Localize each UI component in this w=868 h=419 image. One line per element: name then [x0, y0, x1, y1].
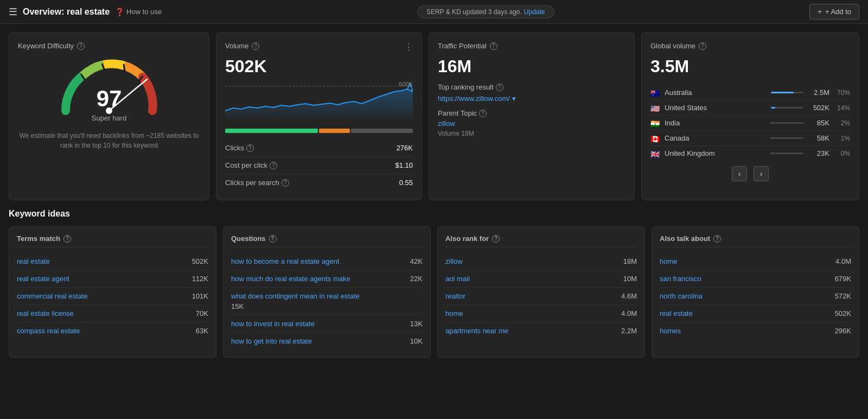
keyword-ideas-title: Keyword ideas	[9, 209, 859, 219]
volume-stat-row: Cost per click ? $1.10	[225, 157, 413, 174]
volume-bar	[225, 129, 413, 133]
country-name: India	[665, 119, 767, 127]
ki-also-rank-link[interactable]: realtor	[445, 292, 465, 300]
ki-also-rank-link[interactable]: zillow	[445, 257, 463, 265]
ki-also-talk-row: real estate 502K	[660, 305, 851, 322]
questions-rows: how to become a real estate agent 42Khow…	[231, 253, 423, 350]
ki-also-talk-value: 4.0M	[835, 257, 851, 265]
ki-also-rank-value: 2.2M	[621, 327, 637, 335]
dropdown-icon[interactable]: ▾	[512, 94, 516, 103]
global-volume-card: Global volume ? 3.5M 🇦🇺 Australia 2.5M 7…	[641, 33, 859, 200]
traffic-value: 16M	[438, 56, 626, 77]
keyword-difficulty-card: Keyword Difficulty ?	[9, 33, 209, 200]
ki-terms-value: 63K	[196, 327, 208, 335]
country-volume: 2.5M	[808, 88, 829, 97]
ki-question-link[interactable]: how to get into real estate	[231, 337, 312, 345]
ki-also-talk-link[interactable]: north carolina	[660, 292, 703, 300]
volume-bar-gray	[351, 129, 413, 133]
stat-help-icon[interactable]: ?	[270, 162, 277, 169]
also-rank-for-card: Also rank for ? zillow 18Maol mail 10Mre…	[437, 226, 645, 358]
ki-terms-value: 101K	[192, 292, 208, 300]
country-name: Canada	[665, 134, 767, 142]
ki-question-link[interactable]: how much do real estate agents make	[231, 275, 350, 283]
also-talk-about-help-icon[interactable]: ?	[713, 235, 721, 243]
ki-also-talk-row: north carolina 572K	[660, 288, 851, 305]
country-row: 🇮🇳 India 85K 2%	[650, 116, 850, 131]
ki-also-rank-row: aol mail 10M	[445, 270, 637, 288]
pagination: ‹ ›	[650, 166, 850, 181]
volume-help-icon[interactable]: ?	[252, 42, 259, 50]
ki-terms-row: compass real estate 63K	[17, 322, 208, 339]
serp-update-text: SERP & KD updated 3 days ago.	[426, 8, 522, 16]
terms-match-help-icon[interactable]: ?	[63, 235, 71, 243]
ki-terms-link[interactable]: real estate agent	[17, 275, 69, 283]
add-to-button[interactable]: + + Add to	[809, 4, 859, 20]
ki-also-rank-value: 18M	[623, 257, 637, 265]
ki-also-talk-row: home 4.0M	[660, 253, 851, 270]
ki-also-talk-value: 572K	[835, 292, 851, 300]
top-ranking-url[interactable]: https://www.zillow.com/ ▾	[438, 94, 626, 103]
ki-also-rank-link[interactable]: apartments near me	[445, 327, 508, 335]
ki-also-rank-link[interactable]: home	[445, 309, 463, 318]
volume-stat-row: Clicks per search ? 0.55	[225, 174, 413, 191]
country-bar	[771, 137, 803, 139]
ki-terms-row: commercial real estate 101K	[17, 288, 208, 305]
parent-topic-help-icon[interactable]: ?	[479, 110, 487, 117]
also-rank-for-help-icon[interactable]: ?	[492, 235, 500, 243]
ki-terms-link[interactable]: real estate license	[17, 309, 74, 318]
volume-stat-row: Clicks ? 276K	[225, 139, 413, 157]
serp-update-banner: SERP & KD updated 3 days ago. Update	[417, 5, 554, 18]
ki-question-value: 22K	[410, 275, 423, 283]
stat-help-icon[interactable]: ?	[282, 179, 289, 187]
prev-page-button[interactable]: ‹	[732, 166, 747, 181]
country-pct: 14%	[834, 104, 850, 112]
parent-topic-value[interactable]: zillow	[438, 119, 626, 128]
menu-icon[interactable]: ☰	[9, 6, 17, 18]
traffic-help-icon[interactable]: ?	[490, 42, 497, 50]
ki-terms-link[interactable]: real estate	[17, 257, 50, 265]
ki-terms-value: 502K	[192, 257, 208, 265]
top-ranking-help-icon[interactable]: ?	[496, 84, 503, 91]
ki-question-link[interactable]: how to invest in real estate	[231, 320, 315, 328]
volume-menu[interactable]: ⋮	[404, 42, 413, 52]
ki-question-link[interactable]: how to become a real estate agent	[231, 257, 339, 265]
volume-card-header: Volume ? ⋮	[225, 42, 413, 56]
ki-also-talk-link[interactable]: homes	[660, 327, 681, 335]
ki-terms-value: 70K	[196, 309, 208, 318]
questions-help-icon[interactable]: ?	[269, 235, 277, 243]
country-bar	[771, 153, 803, 154]
page-title: Overview: real estate	[23, 7, 110, 17]
volume-bar-orange	[319, 129, 350, 133]
country-row: 🇨🇦 Canada 58K 1%	[650, 131, 850, 146]
country-volume: 85K	[808, 119, 829, 127]
gauge-score: 97	[97, 86, 122, 112]
next-page-button[interactable]: ›	[754, 166, 769, 181]
ki-also-talk-link[interactable]: real estate	[660, 309, 693, 318]
ki-question-value: 15K	[231, 302, 423, 310]
ki-also-rank-link[interactable]: aol mail	[445, 275, 470, 283]
topbar-left: ☰ Overview: real estate ❓ How to use	[9, 6, 162, 18]
ki-question-row: how to invest in real estate 13K	[231, 315, 423, 333]
ki-also-talk-value: 502K	[835, 309, 851, 318]
ki-also-talk-row: san francisco 679K	[660, 270, 851, 288]
ki-question-link[interactable]: what does contingent mean in real estate	[231, 292, 360, 300]
how-to-use-button[interactable]: ❓ How to use	[115, 8, 162, 16]
ki-also-talk-link[interactable]: home	[660, 257, 678, 265]
country-flag: 🇺🇸	[650, 104, 660, 111]
ki-terms-link[interactable]: commercial real estate	[17, 292, 88, 300]
terms-match-header: Terms match ?	[17, 234, 208, 247]
stat-help-icon[interactable]: ?	[246, 144, 254, 152]
ki-also-rank-row: zillow 18M	[445, 253, 637, 270]
volume-value: 502K	[225, 56, 413, 77]
country-flag: 🇬🇧	[650, 150, 660, 157]
country-volume: 23K	[808, 149, 829, 157]
country-row: 🇺🇸 United States 502K 14%	[650, 100, 850, 116]
global-volume-help-icon[interactable]: ?	[699, 42, 706, 50]
also-rank-for-header: Also rank for ?	[445, 234, 637, 247]
ki-also-rank-row: realtor 4.6M	[445, 288, 637, 305]
country-row: 🇬🇧 United Kingdom 23K 0%	[650, 146, 850, 161]
kd-help-icon[interactable]: ?	[77, 42, 85, 50]
update-link[interactable]: Update	[524, 8, 545, 16]
ki-terms-link[interactable]: compass real estate	[17, 327, 80, 335]
ki-also-talk-link[interactable]: san francisco	[660, 275, 701, 283]
